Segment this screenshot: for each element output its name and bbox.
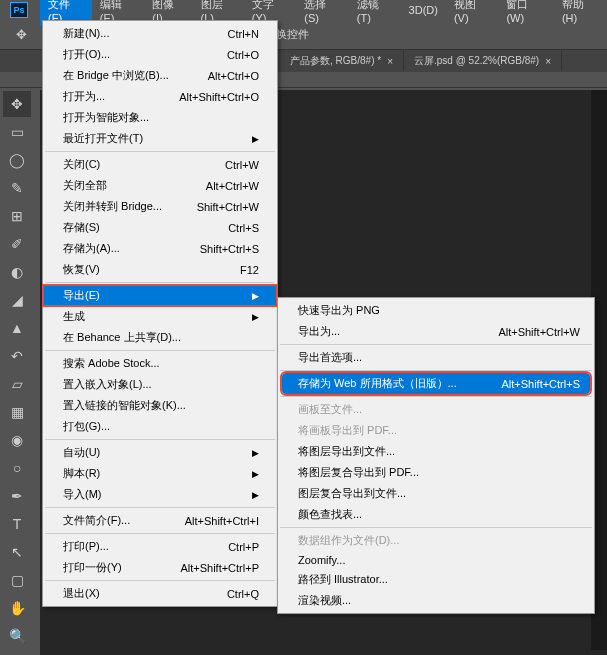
wand-tool[interactable]: ✎ xyxy=(3,175,31,201)
arrow-right-icon: ▶ xyxy=(252,291,259,301)
submenu-lut[interactable]: 颜色查找表... xyxy=(278,504,594,525)
menu-behance[interactable]: 在 Behance 上共享(D)... xyxy=(43,327,277,348)
close-icon[interactable]: × xyxy=(545,56,551,67)
menu-recent[interactable]: 最近打开文件(T)▶ xyxy=(43,128,277,149)
options-label: 换控件 xyxy=(276,27,309,42)
arrow-right-icon: ▶ xyxy=(252,312,259,322)
menu-exit[interactable]: 退出(X)Ctrl+Q xyxy=(43,583,277,604)
menu-print[interactable]: 打印(P)...Ctrl+P xyxy=(43,536,277,557)
separator xyxy=(280,344,592,345)
arrow-right-icon: ▶ xyxy=(252,469,259,479)
submenu-illustrator[interactable]: 路径到 Illustrator... xyxy=(278,569,594,590)
move-tool-icon[interactable]: ✥ xyxy=(10,24,32,46)
menu-help[interactable]: 帮助(H) xyxy=(554,0,607,26)
menu-filter[interactable]: 滤镜(T) xyxy=(349,0,401,26)
menu-save[interactable]: 存储(S)Ctrl+S xyxy=(43,217,277,238)
separator xyxy=(45,580,275,581)
menu-package[interactable]: 打包(G)... xyxy=(43,416,277,437)
eraser-tool[interactable]: ▱ xyxy=(3,371,31,397)
history-tool[interactable]: ↶ xyxy=(3,343,31,369)
tab-2[interactable]: 云屏.psd @ 52.2%(RGB/8#)× xyxy=(404,51,562,71)
separator xyxy=(280,396,592,397)
arrow-right-icon: ▶ xyxy=(252,448,259,458)
menubar: 文件(F) 编辑(E) 图像(I) 图层(L) 文字(Y) 选择(S) 滤镜(T… xyxy=(0,0,607,20)
separator xyxy=(45,350,275,351)
menu-close-all[interactable]: 关闭全部Alt+Ctrl+W xyxy=(43,175,277,196)
submenu-layer-comps-pdf[interactable]: 将图层复合导出到 PDF... xyxy=(278,462,594,483)
tab-1[interactable]: 产品参数, RGB/8#) *× xyxy=(280,51,404,71)
submenu-zoomify[interactable]: Zoomify... xyxy=(278,551,594,569)
app-icon: Ps xyxy=(10,2,28,18)
eyedropper-tool[interactable]: ✐ xyxy=(3,231,31,257)
export-submenu: 快速导出为 PNG 导出为...Alt+Shift+Ctrl+W 导出首选项..… xyxy=(277,297,595,614)
menu-place-embed[interactable]: 置入嵌入对象(L)... xyxy=(43,374,277,395)
menu-automate[interactable]: 自动(U)▶ xyxy=(43,442,277,463)
separator xyxy=(45,282,275,283)
separator xyxy=(45,151,275,152)
tools-panel: ✥ ▭ ◯ ✎ ⊞ ✐ ◐ ◢ ▲ ↶ ▱ ▦ ◉ ○ ✒ T ↖ ▢ ✋ 🔍 xyxy=(0,90,34,650)
lasso-tool[interactable]: ◯ xyxy=(3,147,31,173)
submenu-render-video[interactable]: 渲染视频... xyxy=(278,590,594,611)
menu-close-bridge[interactable]: 关闭并转到 Bridge...Shift+Ctrl+W xyxy=(43,196,277,217)
submenu-datasets[interactable]: 数据组作为文件(D)... xyxy=(278,530,594,551)
heal-tool[interactable]: ◐ xyxy=(3,259,31,285)
menu-file-info[interactable]: 文件简介(F)...Alt+Shift+Ctrl+I xyxy=(43,510,277,531)
menu-open[interactable]: 打开(O)...Ctrl+O xyxy=(43,44,277,65)
close-icon[interactable]: × xyxy=(387,56,393,67)
menu-export[interactable]: 导出(E)▶ xyxy=(43,285,277,306)
separator xyxy=(280,370,592,371)
menu-generate[interactable]: 生成▶ xyxy=(43,306,277,327)
menu-scripts[interactable]: 脚本(R)▶ xyxy=(43,463,277,484)
menu-view[interactable]: 视图(V) xyxy=(446,0,498,26)
submenu-export-prefs[interactable]: 导出首选项... xyxy=(278,347,594,368)
dodge-tool[interactable]: ○ xyxy=(3,455,31,481)
crop-tool[interactable]: ⊞ xyxy=(3,203,31,229)
menu-3d[interactable]: 3D(D) xyxy=(401,2,446,18)
menu-place-link[interactable]: 置入链接的智能对象(K)... xyxy=(43,395,277,416)
menu-select[interactable]: 选择(S) xyxy=(296,0,348,26)
menu-revert[interactable]: 恢复(V)F12 xyxy=(43,259,277,280)
separator xyxy=(280,527,592,528)
zoom-tool[interactable]: 🔍 xyxy=(3,623,31,649)
submenu-artboards-pdf[interactable]: 将画板导出到 PDF... xyxy=(278,420,594,441)
separator xyxy=(45,439,275,440)
submenu-artboards-files[interactable]: 画板至文件... xyxy=(278,399,594,420)
move-tool[interactable]: ✥ xyxy=(3,91,31,117)
submenu-export-as[interactable]: 导出为...Alt+Shift+Ctrl+W xyxy=(278,321,594,342)
type-tool[interactable]: T xyxy=(3,511,31,537)
shape-tool[interactable]: ▢ xyxy=(3,567,31,593)
file-menu-dropdown: 新建(N)...Ctrl+N 打开(O)...Ctrl+O 在 Bridge 中… xyxy=(42,20,278,607)
menu-window[interactable]: 窗口(W) xyxy=(498,0,554,26)
menu-open-smart[interactable]: 打开为智能对象... xyxy=(43,107,277,128)
submenu-layer-comps-files[interactable]: 图层复合导出到文件... xyxy=(278,483,594,504)
submenu-save-for-web[interactable]: 存储为 Web 所用格式（旧版）...Alt+Shift+Ctrl+S xyxy=(282,373,590,394)
menu-close[interactable]: 关闭(C)Ctrl+W xyxy=(43,154,277,175)
pen-tool[interactable]: ✒ xyxy=(3,483,31,509)
blur-tool[interactable]: ◉ xyxy=(3,427,31,453)
hand-tool[interactable]: ✋ xyxy=(3,595,31,621)
separator xyxy=(45,533,275,534)
submenu-quick-png[interactable]: 快速导出为 PNG xyxy=(278,300,594,321)
menu-new[interactable]: 新建(N)...Ctrl+N xyxy=(43,23,277,44)
menu-adobe-stock[interactable]: 搜索 Adobe Stock... xyxy=(43,353,277,374)
menu-import[interactable]: 导入(M)▶ xyxy=(43,484,277,505)
menu-save-as[interactable]: 存储为(A)...Shift+Ctrl+S xyxy=(43,238,277,259)
path-tool[interactable]: ↖ xyxy=(3,539,31,565)
arrow-right-icon: ▶ xyxy=(252,490,259,500)
stamp-tool[interactable]: ▲ xyxy=(3,315,31,341)
marquee-tool[interactable]: ▭ xyxy=(3,119,31,145)
gradient-tool[interactable]: ▦ xyxy=(3,399,31,425)
brush-tool[interactable]: ◢ xyxy=(3,287,31,313)
separator xyxy=(45,507,275,508)
arrow-right-icon: ▶ xyxy=(252,134,259,144)
menu-open-as[interactable]: 打开为...Alt+Shift+Ctrl+O xyxy=(43,86,277,107)
submenu-layers-files[interactable]: 将图层导出到文件... xyxy=(278,441,594,462)
menu-print-one[interactable]: 打印一份(Y)Alt+Shift+Ctrl+P xyxy=(43,557,277,578)
menu-browse-bridge[interactable]: 在 Bridge 中浏览(B)...Alt+Ctrl+O xyxy=(43,65,277,86)
